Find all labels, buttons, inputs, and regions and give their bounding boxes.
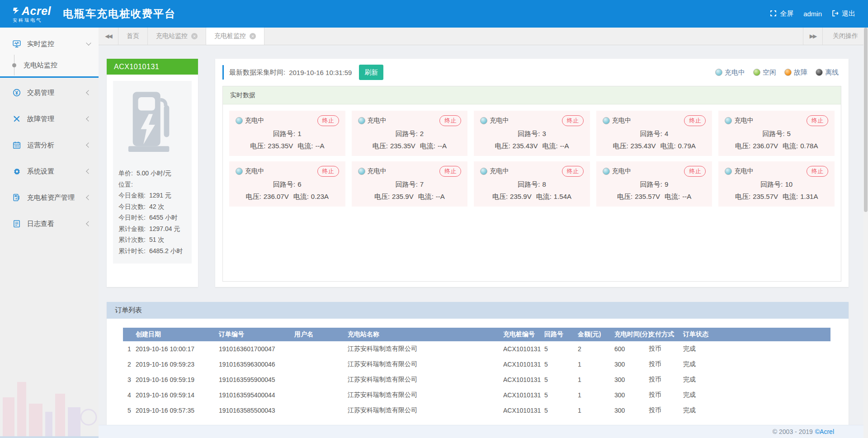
- offline-status-icon: [816, 69, 823, 76]
- acrel-logo-icon: [13, 7, 20, 15]
- sidebar-item-logs[interactable]: 日志查看: [0, 211, 99, 237]
- sidebar-item-pile-assets[interactable]: 充电桩资产管理: [0, 184, 99, 211]
- legend-charging: 充电中: [715, 68, 745, 77]
- stat-unit-price: 单价:5.00 小时/元: [118, 168, 186, 179]
- terminate-button[interactable]: 终止: [562, 115, 584, 126]
- circuit-card-6: 充电中终止 回路号:6 电压:236.07V电流:0.23A: [229, 161, 345, 207]
- charging-status-icon: [236, 168, 243, 175]
- table-row: 22019-10-16 09:59:231910163596300046江苏安科…: [123, 357, 830, 372]
- charging-status-icon: [715, 69, 722, 76]
- refresh-button[interactable]: 刷新: [359, 65, 383, 80]
- sidebar-item-realtime-monitor[interactable]: 实时监控: [0, 34, 99, 54]
- tab-bar: ◀◀ 首页 充电站监控 充电桩监控 ▶▶ 关闭操作: [99, 28, 868, 45]
- sidebar-item-label: 实时监控: [27, 40, 87, 48]
- chevron-left-icon: [86, 169, 91, 174]
- copyright-text: © 2003 - 2019: [773, 428, 813, 435]
- page-title: 电瓶车充电桩收费平台: [63, 7, 176, 21]
- legend-fault: 故障: [784, 68, 807, 77]
- chevron-left-icon: [86, 90, 91, 95]
- cityscape-decoration: [0, 370, 99, 438]
- circuit-card-8: 充电中终止 回路号:8 电压:235.9V电流:1.54A: [474, 161, 590, 207]
- sidebar-item-transactions[interactable]: 交易管理: [0, 80, 99, 106]
- charging-pile-illustration: [118, 89, 186, 158]
- app-window: Acrel 安科瑞电气 电瓶车充电桩收费平台 全屏 admin 退出: [0, 0, 868, 438]
- sidebar-item-label: 系统设置: [27, 167, 87, 176]
- main-content: ACX1010131: [99, 45, 868, 425]
- realtime-monitor-panel: 最新数据采集时间: 2019-10-16 10:31:59 刷新 充电中 空闲 …: [215, 59, 849, 287]
- footer: © 2003 - 2019 ©Acrel: [99, 425, 868, 438]
- tab-home[interactable]: 首页: [118, 28, 148, 45]
- terminate-button[interactable]: 终止: [439, 115, 461, 126]
- chevron-left-icon: [86, 142, 91, 147]
- terminate-button[interactable]: 终止: [317, 166, 339, 177]
- log-document-icon: [13, 220, 21, 228]
- accent-bar: [222, 65, 224, 80]
- charging-status-icon: [603, 168, 610, 175]
- terminate-button[interactable]: 终止: [807, 115, 828, 126]
- charging-status-icon: [236, 117, 243, 124]
- terminate-button[interactable]: 终止: [684, 115, 706, 126]
- vertical-scrollbar[interactable]: [863, 28, 868, 438]
- sidebar-item-label: 充电桩资产管理: [27, 193, 87, 202]
- charging-pile-icon: [13, 193, 21, 202]
- stat-today-count: 今日次数:42 次: [118, 201, 186, 212]
- tab-pile-monitor[interactable]: 充电桩监控: [206, 28, 264, 45]
- sidebar-subitem-label: 充电站监控: [24, 61, 57, 70]
- acrel-logo-subtext: 安科瑞电气: [13, 18, 51, 23]
- brand-link[interactable]: ©Acrel: [815, 428, 834, 435]
- table-row: 42019-10-16 09:59:141910163595400044江苏安科…: [123, 387, 830, 403]
- tree-dot-icon: [12, 63, 16, 67]
- charging-status-icon: [725, 168, 732, 175]
- orders-panel: 订单列表 创建日期: [107, 302, 849, 425]
- stat-today-duration: 今日时长:6455 小时: [118, 212, 186, 223]
- charging-status-icon: [725, 117, 732, 124]
- terminate-button[interactable]: 终止: [439, 166, 461, 177]
- terminate-button[interactable]: 终止: [317, 115, 339, 126]
- charging-status-icon: [480, 117, 487, 124]
- circuit-card-1: 充电中终止 回路号:1 电压:235.35V电流:--A: [229, 111, 345, 156]
- charging-status-icon: [603, 117, 610, 124]
- scrollbar-thumb[interactable]: [864, 28, 868, 212]
- fullscreen-icon: [770, 10, 777, 18]
- chevron-left-icon: [86, 116, 91, 121]
- orders-table: 创建日期 订单编号 用户名 充电站名称 充电桩编号 回路号 金额(元) 充电时间…: [123, 328, 830, 418]
- stat-total-duration: 累计时长:6485.2 小时: [118, 245, 186, 257]
- sidebar-item-label: 交易管理: [27, 89, 87, 97]
- tabs-scroll-left-button[interactable]: ◀◀: [99, 28, 118, 45]
- circuit-card-4: 充电中终止 回路号:4 电压:235.43V电流:0.79A: [596, 111, 712, 156]
- circuit-card-2: 充电中终止 回路号:2 电压:235.35V电流:--A: [352, 111, 468, 156]
- monitor-icon: [13, 40, 21, 48]
- close-operations-button[interactable]: 关闭操作: [823, 28, 868, 45]
- sidebar-item-settings[interactable]: 系统设置: [0, 158, 99, 184]
- terminate-button[interactable]: 终止: [684, 166, 706, 177]
- fullscreen-button[interactable]: 全屏: [770, 9, 793, 18]
- collect-time-info: 最新数据采集时间: 2019-10-16 10:31:59: [222, 65, 352, 80]
- legend-idle: 空闲: [753, 68, 776, 77]
- tabs-scroll-right-button[interactable]: ▶▶: [803, 28, 823, 45]
- station-id-header: ACX1010131: [107, 59, 198, 75]
- tools-icon: [13, 115, 21, 123]
- table-row: 32019-10-16 09:59:191910163595900045江苏安科…: [123, 372, 830, 387]
- charging-status-icon: [480, 168, 487, 175]
- sidebar-item-analytics[interactable]: 运营分析: [0, 132, 99, 158]
- logout-button[interactable]: 退出: [832, 9, 855, 18]
- close-icon[interactable]: [191, 33, 198, 39]
- sidebar-item-faults[interactable]: 故障管理: [0, 106, 99, 132]
- circuit-card-9: 充电中终止 回路号:9 电压:235.57V电流:--A: [596, 161, 712, 207]
- terminate-button[interactable]: 终止: [562, 166, 584, 177]
- chevron-left-icon: [86, 221, 91, 226]
- sidebar-item-label: 运营分析: [27, 141, 87, 150]
- terminate-button[interactable]: 终止: [807, 166, 828, 177]
- tabbar-spacer: [264, 28, 803, 45]
- charging-status-icon: [358, 117, 365, 124]
- stat-total-amount: 累计金额:1297.04 元: [118, 223, 186, 235]
- table-row: 52019-10-16 09:57:351910163585500043江苏安科…: [123, 403, 830, 418]
- circuit-card-7: 充电中终止 回路号:7 电压:235.9V电流:--A: [352, 161, 468, 207]
- tab-station-monitor[interactable]: 充电站监控: [148, 28, 206, 45]
- sidebar-subitem-station-monitor[interactable]: 充电站监控: [0, 54, 99, 76]
- close-icon[interactable]: [250, 33, 256, 39]
- stat-today-amount: 今日金额:1291 元: [118, 190, 186, 201]
- acrel-logo-text: Acrel: [22, 5, 51, 17]
- user-menu[interactable]: admin: [803, 10, 822, 18]
- circuit-cards-grid: 充电中终止 回路号:1 电压:235.35V电流:--A 充电中终止 回路号:2…: [223, 104, 841, 213]
